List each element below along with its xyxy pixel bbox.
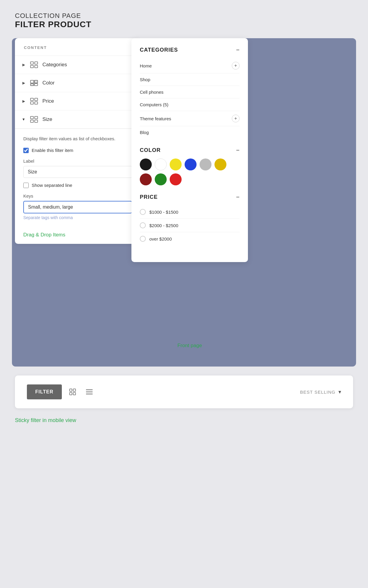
filter-item-price[interactable]: ▶ Price ⠿ bbox=[15, 92, 140, 110]
category-item-computers[interactable]: Computers (5) bbox=[140, 98, 240, 111]
color-icon bbox=[30, 79, 38, 87]
color-collapse-icon[interactable]: − bbox=[236, 147, 240, 154]
price-title: Price bbox=[140, 194, 158, 200]
category-name-computers: Computers (5) bbox=[140, 102, 168, 107]
sort-select-wrapper[interactable]: Best Selling ▾ bbox=[300, 389, 341, 395]
category-item-cell-phones[interactable]: Cell phones bbox=[140, 86, 240, 98]
price-option-2000[interactable]: $2000 - $2500 bbox=[140, 219, 240, 232]
keys-hint: Separate tags with comma bbox=[23, 215, 132, 220]
swatch-red[interactable] bbox=[170, 173, 182, 185]
arrow-icon-categories: ▶ bbox=[21, 62, 26, 67]
show-separated-row[interactable]: Show separated line bbox=[23, 183, 132, 188]
filter-item-categories[interactable]: ▶ Categories ⠿ bbox=[15, 56, 140, 74]
price-option-over2000[interactable]: over $2000 bbox=[140, 232, 240, 245]
svg-rect-8 bbox=[30, 98, 33, 101]
size-label: Size bbox=[42, 116, 131, 122]
left-panel: Content ▶ Categories ⠿ ▶ bbox=[15, 38, 140, 244]
categories-title: Categories bbox=[140, 47, 178, 53]
color-title: Color bbox=[140, 147, 161, 153]
swatch-gray[interactable] bbox=[200, 158, 211, 170]
category-item-theme[interactable]: Theme features + bbox=[140, 111, 240, 126]
color-label: Color bbox=[42, 80, 131, 86]
keys-field-label: Keys bbox=[23, 193, 132, 198]
price-radio-2000[interactable] bbox=[140, 222, 146, 228]
panel-header: Content bbox=[15, 38, 140, 56]
categories-preview: Categories − Home + Shop Cell phones bbox=[140, 47, 240, 138]
price-options: $1000 - $1500 $2000 - $2500 over $2000 bbox=[140, 205, 240, 245]
svg-rect-6 bbox=[30, 84, 34, 86]
right-panel: Categories − Home + Shop Cell phones bbox=[131, 38, 248, 262]
category-item-blog[interactable]: Blog bbox=[140, 126, 240, 138]
price-label: Price bbox=[42, 98, 131, 104]
categories-icon bbox=[30, 61, 38, 69]
category-name-home: Home bbox=[140, 63, 152, 68]
settings-description: Display filter item values as list of ch… bbox=[23, 136, 132, 142]
size-icon bbox=[30, 115, 38, 124]
color-preview: Color − bbox=[140, 147, 240, 185]
sort-label: Best Selling bbox=[300, 390, 335, 395]
svg-rect-15 bbox=[35, 120, 38, 122]
svg-rect-16 bbox=[70, 389, 72, 391]
price-collapse-icon[interactable]: − bbox=[236, 194, 240, 201]
page-subtitle: Collection Page bbox=[15, 12, 353, 20]
enable-filter-label[interactable]: Enable this filter item bbox=[32, 148, 73, 153]
show-separated-label[interactable]: Show separated line bbox=[32, 183, 72, 188]
filter-item-color[interactable]: ▶ Color ⠿ bbox=[15, 74, 140, 92]
svg-rect-14 bbox=[35, 116, 38, 119]
label-input[interactable] bbox=[23, 166, 132, 178]
arrow-icon-price: ▶ bbox=[21, 98, 26, 104]
category-name-theme: Theme features bbox=[140, 116, 171, 121]
price-header: Price − bbox=[140, 194, 240, 201]
svg-rect-7 bbox=[34, 84, 38, 86]
overlap-wrapper: Content ▶ Categories ⠿ ▶ bbox=[15, 38, 353, 367]
list-view-button[interactable] bbox=[83, 386, 95, 398]
enable-filter-checkbox[interactable] bbox=[23, 148, 29, 153]
swatch-dark-red[interactable] bbox=[140, 173, 152, 185]
categories-collapse-icon[interactable]: − bbox=[236, 47, 240, 53]
front-page-label: Front page bbox=[131, 343, 248, 349]
price-radio-over2000[interactable] bbox=[140, 236, 146, 242]
svg-rect-1 bbox=[30, 65, 33, 68]
swatch-black[interactable] bbox=[140, 158, 152, 170]
svg-rect-0 bbox=[30, 62, 33, 64]
svg-rect-9 bbox=[30, 102, 33, 104]
page-title: Filter Product bbox=[15, 20, 353, 29]
swatch-yellow[interactable] bbox=[170, 158, 182, 170]
svg-rect-18 bbox=[70, 392, 72, 395]
page-header: Collection Page Filter Product bbox=[0, 0, 368, 38]
bottom-section: Filter Best Selling ▾ bbox=[15, 375, 353, 408]
filter-bar: Filter Best Selling ▾ bbox=[27, 384, 341, 399]
price-option-1000[interactable]: $1000 - $1500 bbox=[140, 205, 240, 219]
price-label-1000: $1000 - $1500 bbox=[149, 210, 178, 215]
label-field-label: Label bbox=[23, 158, 132, 164]
category-item-home[interactable]: Home + bbox=[140, 58, 240, 73]
category-expand-home[interactable]: + bbox=[232, 62, 240, 70]
drag-drop-label: Drag & Drop Items bbox=[15, 227, 140, 238]
svg-rect-19 bbox=[73, 392, 76, 395]
category-item-shop[interactable]: Shop bbox=[140, 73, 240, 86]
sticky-filter-label: Sticky filter in mobile view bbox=[0, 408, 368, 432]
svg-rect-3 bbox=[35, 65, 38, 68]
swatch-blue[interactable] bbox=[185, 158, 197, 170]
swatch-green[interactable] bbox=[155, 173, 167, 185]
grid-view-button[interactable] bbox=[67, 386, 79, 398]
price-radio-1000[interactable] bbox=[140, 209, 146, 215]
keys-input[interactable] bbox=[23, 201, 132, 213]
swatch-gold[interactable] bbox=[214, 158, 226, 170]
category-expand-theme[interactable]: + bbox=[232, 115, 240, 122]
color-header: Color − bbox=[140, 147, 240, 154]
category-name-cell-phones: Cell phones bbox=[140, 90, 163, 95]
price-label-over2000: over $2000 bbox=[149, 236, 172, 241]
show-separated-checkbox[interactable] bbox=[23, 183, 29, 188]
swatch-white[interactable] bbox=[155, 158, 167, 170]
filter-button[interactable]: Filter bbox=[27, 384, 62, 399]
categories-label: Categories bbox=[42, 62, 131, 68]
arrow-icon-size: ▼ bbox=[21, 117, 26, 122]
enable-checkbox-row[interactable]: Enable this filter item bbox=[23, 148, 132, 153]
categories-header: Categories − bbox=[140, 47, 240, 53]
filter-item-size[interactable]: ▼ Size ⠿ bbox=[15, 110, 140, 129]
sort-arrow-icon: ▾ bbox=[338, 389, 341, 395]
price-icon bbox=[30, 97, 38, 105]
main-area: Content ▶ Categories ⠿ ▶ bbox=[0, 38, 368, 367]
arrow-icon-color: ▶ bbox=[21, 80, 26, 86]
